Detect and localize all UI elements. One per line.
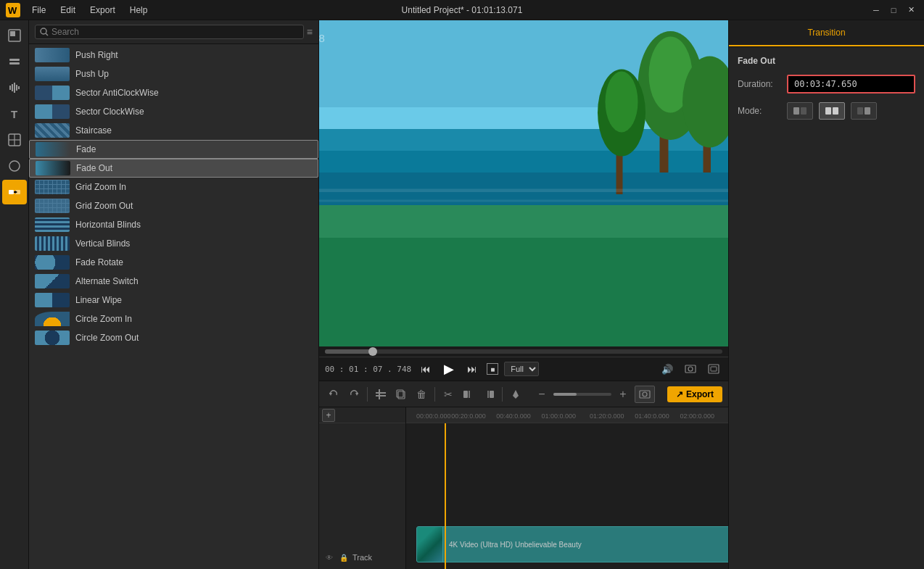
transition-item-fade-out[interactable]: Fade Out — [29, 159, 318, 178]
sidebar-icon-layers[interactable] — [2, 49, 27, 74]
svg-rect-15 — [9, 190, 14, 194]
maximize-button[interactable]: □ — [886, 5, 901, 15]
transition-item-push-up[interactable]: Push Up — [29, 65, 318, 83]
track-eye-button[interactable]: 👁 — [323, 552, 335, 563]
window-controls: ─ □ ✕ — [869, 5, 918, 15]
track-lock-button[interactable]: 🔒 — [338, 552, 350, 563]
minimize-button[interactable]: ─ — [869, 5, 883, 15]
export-icon: ↗ — [676, 389, 683, 399]
zoom-track[interactable] — [553, 393, 611, 396]
sidebar-icon-transitions[interactable] — [2, 180, 27, 204]
sidebar-icon-text[interactable]: T — [2, 101, 27, 126]
transition-item-push-right[interactable]: Push Right — [29, 46, 318, 65]
zoom-in-button[interactable]: + — [614, 386, 632, 403]
mode-label: Mode: — [738, 106, 781, 116]
trans-thumb-stair — [35, 123, 70, 138]
mode-button-center[interactable] — [819, 102, 845, 120]
timeline-area: 🗑 ✂ − + — [319, 381, 728, 569]
svg-rect-37 — [319, 200, 728, 202]
menu-file[interactable]: File — [26, 4, 51, 17]
svg-rect-46 — [376, 395, 386, 396]
trans-label-staircase: Staircase — [75, 125, 112, 136]
transition-item-staircase[interactable]: Staircase — [29, 121, 318, 140]
grid-list-toggle[interactable]: ≡ — [307, 26, 313, 38]
track-row-1: 👁 🔒 Track — [322, 549, 403, 566]
menu-export[interactable]: Export — [84, 4, 121, 17]
close-button[interactable]: ✕ — [904, 5, 918, 15]
stop-button[interactable]: ■ — [487, 363, 498, 375]
sidebar-icon-media[interactable] — [2, 23, 27, 48]
svg-rect-57 — [793, 107, 799, 115]
menu-edit[interactable]: Edit — [54, 4, 81, 17]
transition-item-circle-zoom-out[interactable]: Circle Zoom Out — [29, 328, 318, 347]
split-right-button[interactable] — [480, 386, 498, 403]
tab-transition[interactable]: Transition — [729, 20, 924, 46]
trim-button[interactable] — [372, 386, 389, 403]
ruler-mark-3: 01:00:0.000 — [541, 412, 576, 420]
mode-button-left[interactable] — [787, 102, 813, 120]
video-clip[interactable]: 4K Video (Ultra HD) Unbelievable Beauty — [416, 526, 728, 562]
transition-item-grid-zoom-out[interactable]: Grid Zoom Out — [29, 196, 318, 215]
sidebar-icon-shapes[interactable] — [2, 154, 27, 178]
search-input[interactable] — [51, 27, 299, 37]
svg-rect-45 — [376, 392, 386, 394]
copy-button[interactable] — [392, 386, 410, 403]
screenshot-icon[interactable] — [682, 360, 699, 378]
transition-item-v-blinds[interactable]: Vertical Blinds — [29, 234, 318, 253]
svg-point-40 — [688, 367, 693, 371]
transition-panel: ≡ Push Right Push Up Sector AntiClockWis… — [29, 20, 319, 569]
add-track-button[interactable]: + — [322, 409, 335, 422]
transition-item-grid-zoom-in[interactable]: Grid Zoom In — [29, 178, 318, 196]
volume-icon[interactable]: 🔊 — [659, 360, 676, 378]
rp-section-title: Fade Out — [738, 56, 915, 66]
sidebar-icon-effects[interactable] — [2, 128, 27, 152]
trans-thumb-linear-wipe — [35, 293, 70, 307]
undo-button[interactable] — [325, 386, 342, 403]
transition-item-alt-switch[interactable]: Alternate Switch — [29, 272, 318, 291]
svg-rect-4 — [9, 59, 20, 61]
export-button[interactable]: ↗ Export — [667, 386, 722, 402]
snapshot-button[interactable] — [635, 386, 655, 403]
transition-item-circle-zoom-in[interactable]: Circle Zoom In — [29, 310, 318, 328]
menu-bar: File Edit Export Help — [26, 4, 153, 17]
timeline-toolbar: 🗑 ✂ − + — [319, 381, 728, 407]
redo-button[interactable] — [345, 386, 363, 403]
quality-selector[interactable]: Full 1/2 1/4 — [504, 362, 539, 376]
video-track: 4K Video (Ultra HD) Unbelievable Beauty — [406, 526, 728, 563]
timeline-ruler-inner: 00:00:0.000 00:20:0.000 00:40:0.000 01:0… — [406, 407, 728, 421]
transition-item-sector-clock[interactable]: Sector ClockWise — [29, 102, 318, 121]
transition-item-h-blinds[interactable]: Horizontal Blinds — [29, 215, 318, 234]
svg-rect-58 — [801, 107, 807, 115]
split-left-button[interactable] — [460, 386, 477, 403]
mode-button-right[interactable] — [851, 102, 877, 120]
trans-thumb-grid-zoom-out — [35, 199, 70, 213]
transition-item-fade[interactable]: Fade — [29, 140, 318, 159]
ruler-mark-4: 01:20:0.000 — [590, 412, 624, 420]
icon-sidebar: T — [0, 20, 29, 569]
toolbar-sep-2 — [434, 387, 435, 402]
svg-point-19 — [41, 28, 46, 34]
transition-item-sector-anti[interactable]: Sector AntiClockWise — [29, 83, 318, 102]
rewind-button[interactable]: ⏮ — [417, 360, 434, 378]
trans-label-sector-clock: Sector ClockWise — [75, 107, 144, 117]
zoom-out-button[interactable]: − — [533, 386, 550, 403]
menu-help[interactable]: Help — [124, 4, 154, 17]
window-title: Untitled Project* - 01:01:13.071 — [402, 5, 523, 15]
progress-track[interactable] — [325, 349, 722, 354]
video-controls: 00 : 01 : 07 . 748 ⏮ ▶ ⏭ ■ Full 1/2 1/4 … — [319, 357, 728, 381]
marker-button[interactable] — [507, 386, 524, 403]
transition-item-fade-rotate[interactable]: Fade Rotate — [29, 253, 318, 272]
trans-thumb-fade-out — [36, 161, 70, 175]
forward-button[interactable]: ⏭ — [463, 360, 481, 378]
aspect-ratio-icon[interactable] — [705, 360, 722, 378]
sidebar-icon-audio[interactable] — [2, 75, 27, 100]
clip-thumbnail-start — [417, 527, 443, 562]
cut-button[interactable]: ✂ — [440, 386, 457, 403]
duration-input[interactable] — [787, 75, 915, 94]
trans-thumb-push-up — [35, 67, 70, 81]
play-button[interactable]: ▶ — [440, 360, 458, 378]
delete-button[interactable]: 🗑 — [413, 386, 430, 403]
progress-handle[interactable] — [368, 347, 377, 356]
playhead — [445, 423, 446, 569]
transition-item-linear-wipe[interactable]: Linear Wipe — [29, 291, 318, 310]
